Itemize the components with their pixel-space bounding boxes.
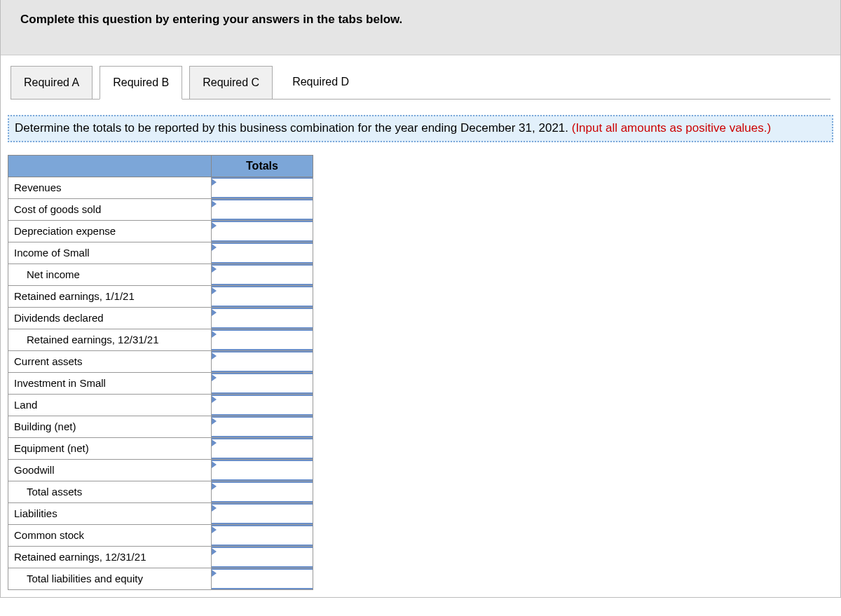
answer-input[interactable] xyxy=(212,396,313,414)
row-label: Revenues xyxy=(8,177,212,198)
instruction-hint: (Input all amounts as positive values.) xyxy=(572,121,771,135)
table-header-totals: Totals xyxy=(212,155,313,177)
tab-required-a[interactable]: Required A xyxy=(11,66,93,100)
row-input-cell xyxy=(212,416,313,437)
row-input-cell xyxy=(212,350,313,372)
table-row: Investment in Small xyxy=(8,372,313,394)
answer-input-wrap xyxy=(212,503,313,524)
table-row: Dividends declared xyxy=(8,307,313,329)
row-input-cell xyxy=(212,263,313,285)
question-prompt-bar: Complete this question by entering your … xyxy=(1,0,840,55)
row-input-cell xyxy=(212,546,313,568)
dropdown-indicator-icon xyxy=(212,418,217,425)
answer-input-wrap xyxy=(212,481,313,502)
dropdown-indicator-icon xyxy=(212,526,217,533)
dropdown-indicator-icon xyxy=(212,396,217,403)
answer-input-wrap xyxy=(212,525,313,546)
table-row: Retained earnings, 12/31/21 xyxy=(8,546,313,568)
row-input-cell xyxy=(212,394,313,416)
table-row: Income of Small xyxy=(8,242,313,263)
dropdown-indicator-icon xyxy=(212,461,217,468)
answer-input-wrap xyxy=(212,308,313,329)
row-label: Investment in Small xyxy=(8,372,212,394)
table-row: Liabilities xyxy=(8,502,313,524)
answer-input[interactable] xyxy=(212,548,313,566)
row-input-cell xyxy=(212,568,313,589)
tab-required-b[interactable]: Required B xyxy=(100,66,182,100)
dropdown-indicator-icon xyxy=(212,200,217,207)
dropdown-indicator-icon xyxy=(212,505,217,512)
row-input-cell xyxy=(212,524,313,546)
answer-input-wrap xyxy=(212,221,313,242)
answer-input[interactable] xyxy=(212,222,313,240)
row-input-cell xyxy=(212,177,313,198)
row-label: Total liabilities and equity xyxy=(8,568,212,589)
dropdown-indicator-icon xyxy=(212,266,217,273)
row-input-cell xyxy=(212,220,313,242)
dropdown-indicator-icon xyxy=(212,331,217,338)
row-input-cell xyxy=(212,437,313,459)
row-input-cell xyxy=(212,285,313,307)
answer-input[interactable] xyxy=(212,266,313,284)
table-row: Total assets xyxy=(8,481,313,502)
answer-input-wrap xyxy=(212,177,313,198)
answer-input[interactable] xyxy=(212,439,313,458)
tab-required-c[interactable]: Required C xyxy=(189,66,273,100)
row-input-cell xyxy=(212,502,313,524)
answer-input-wrap xyxy=(212,395,313,416)
answer-input[interactable] xyxy=(212,287,313,306)
dropdown-indicator-icon xyxy=(212,353,217,360)
table-row: Current assets xyxy=(8,350,313,372)
tab-required-d[interactable]: Required D xyxy=(280,66,362,100)
table-row: Building (net) xyxy=(8,416,313,437)
row-label: Common stock xyxy=(8,524,212,546)
answer-input[interactable] xyxy=(212,353,313,371)
table-header-blank xyxy=(8,155,212,177)
dropdown-indicator-icon xyxy=(212,483,217,490)
row-label: Total assets xyxy=(8,481,212,502)
table-row: Goodwill xyxy=(8,459,313,481)
dropdown-indicator-icon xyxy=(212,374,217,381)
instruction-main: Determine the totals to be reported by t… xyxy=(15,121,572,135)
answer-input[interactable] xyxy=(212,179,313,197)
table-row: Net income xyxy=(8,263,313,285)
dropdown-indicator-icon xyxy=(212,548,217,555)
row-label: Land xyxy=(8,394,212,416)
answer-input[interactable] xyxy=(212,331,313,349)
instruction-box: Determine the totals to be reported by t… xyxy=(8,115,833,142)
answer-input[interactable] xyxy=(212,483,313,501)
row-label: Cost of goods sold xyxy=(8,198,212,220)
row-label: Dividends declared xyxy=(8,307,212,329)
dropdown-indicator-icon xyxy=(212,179,217,186)
row-label: Equipment (net) xyxy=(8,437,212,459)
answer-input[interactable] xyxy=(212,570,313,588)
answer-input[interactable] xyxy=(212,200,313,219)
answer-input[interactable] xyxy=(212,374,313,392)
answer-table-wrap: Totals RevenuesCost of goods soldDepreci… xyxy=(8,155,833,590)
answer-input-wrap xyxy=(212,460,313,481)
answer-input[interactable] xyxy=(212,526,313,545)
answer-input[interactable] xyxy=(212,244,313,262)
question-container: Complete this question by entering your … xyxy=(0,0,841,598)
row-input-cell xyxy=(212,307,313,329)
question-prompt-text: Complete this question by entering your … xyxy=(20,13,402,26)
row-input-cell xyxy=(212,459,313,481)
table-row: Equipment (net) xyxy=(8,437,313,459)
answer-input[interactable] xyxy=(212,505,313,523)
row-label: Retained earnings, 12/31/21 xyxy=(8,329,212,350)
answer-input[interactable] xyxy=(212,309,313,327)
answer-input[interactable] xyxy=(212,418,313,436)
row-label: Net income xyxy=(8,263,212,285)
table-row: Revenues xyxy=(8,177,313,198)
tabs-row: Required ARequired BRequired CRequired D xyxy=(1,55,840,99)
dropdown-indicator-icon xyxy=(212,309,217,316)
answer-input-wrap xyxy=(212,373,313,394)
answer-input-wrap xyxy=(212,264,313,285)
table-row: Retained earnings, 1/1/21 xyxy=(8,285,313,307)
dropdown-indicator-icon xyxy=(212,439,217,446)
dropdown-indicator-icon xyxy=(212,222,217,229)
answer-input-wrap xyxy=(212,199,313,220)
row-label: Goodwill xyxy=(8,459,212,481)
row-input-cell xyxy=(212,198,313,220)
answer-input[interactable] xyxy=(212,461,313,479)
